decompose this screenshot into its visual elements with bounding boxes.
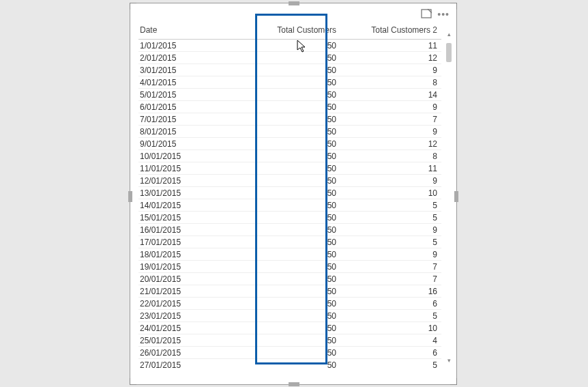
resize-corner-bl[interactable] xyxy=(130,378,136,385)
cell-total-customers: 50 xyxy=(239,175,340,187)
cell-total-customers: 50 xyxy=(239,347,340,359)
table-row[interactable]: 4/01/2015508 xyxy=(138,76,441,89)
table-row[interactable]: 8/01/2015509 xyxy=(138,126,441,138)
table-row[interactable]: 23/01/2015505 xyxy=(138,310,441,322)
column-header-total-customers-2[interactable]: Total Customers 2 xyxy=(340,24,441,40)
cell-total-customers: 50 xyxy=(239,236,340,248)
resize-corner-br[interactable] xyxy=(450,378,457,385)
table-row[interactable]: 7/01/2015507 xyxy=(138,113,441,126)
cell-total-customers-2: 10 xyxy=(340,187,441,199)
cell-date: 13/01/2015 xyxy=(138,187,239,199)
cell-total-customers: 50 xyxy=(239,285,340,298)
cell-total-customers-2: 9 xyxy=(340,64,441,76)
cell-total-customers: 50 xyxy=(239,126,340,138)
table-row[interactable]: 6/01/2015509 xyxy=(138,101,441,113)
cell-date: 24/01/2015 xyxy=(138,322,239,334)
cell-total-customers: 50 xyxy=(239,261,340,273)
table-row[interactable]: 3/01/2015509 xyxy=(138,64,441,76)
cell-date: 18/01/2015 xyxy=(138,248,239,261)
table-row[interactable]: 22/01/2015506 xyxy=(138,298,441,310)
cell-total-customers: 50 xyxy=(239,52,340,64)
cell-total-customers: 50 xyxy=(239,359,340,369)
more-options-icon[interactable]: ••• xyxy=(437,9,450,20)
table-row[interactable]: 19/01/2015507 xyxy=(138,261,441,273)
table-row[interactable]: 27/01/2015505 xyxy=(138,359,441,369)
cell-date: 17/01/2015 xyxy=(138,236,239,248)
table-scroll-area[interactable]: Date Total Customers Total Customers 2 1… xyxy=(138,24,441,368)
cell-total-customers-2: 7 xyxy=(340,273,441,285)
table-row[interactable]: 10/01/2015508 xyxy=(138,150,441,162)
cell-total-customers: 50 xyxy=(239,162,340,175)
cell-date: 26/01/2015 xyxy=(138,347,239,359)
scroll-down-icon[interactable]: ▾ xyxy=(445,357,452,364)
cell-date: 8/01/2015 xyxy=(138,126,239,138)
cell-date: 16/01/2015 xyxy=(138,224,239,236)
cell-total-customers: 50 xyxy=(239,150,340,162)
cell-total-customers-2: 6 xyxy=(340,347,441,359)
cell-total-customers-2: 12 xyxy=(340,52,441,64)
cell-total-customers: 50 xyxy=(239,273,340,285)
table-row[interactable]: 9/01/20155012 xyxy=(138,138,441,150)
resize-corner-tl[interactable] xyxy=(130,3,136,10)
vertical-scrollbar[interactable]: ▴ ▾ xyxy=(445,31,452,364)
table-row[interactable]: 17/01/2015505 xyxy=(138,236,441,248)
cell-total-customers-2: 7 xyxy=(340,113,441,126)
cell-total-customers-2: 5 xyxy=(340,310,441,322)
cell-total-customers-2: 4 xyxy=(340,334,441,347)
cell-total-customers-2: 10 xyxy=(340,322,441,334)
scroll-up-icon[interactable]: ▴ xyxy=(445,31,452,38)
table-row[interactable]: 13/01/20155010 xyxy=(138,187,441,199)
cell-date: 5/01/2015 xyxy=(138,89,239,101)
cell-date: 2/01/2015 xyxy=(138,52,239,64)
table-row[interactable]: 25/01/2015504 xyxy=(138,334,441,347)
cell-total-customers-2: 8 xyxy=(340,150,441,162)
table-row[interactable]: 11/01/20155011 xyxy=(138,162,441,175)
cell-date: 10/01/2015 xyxy=(138,150,239,162)
cell-date: 23/01/2015 xyxy=(138,310,239,322)
focus-mode-icon[interactable] xyxy=(421,9,432,20)
cell-total-customers: 50 xyxy=(239,40,340,52)
table-row[interactable]: 20/01/2015507 xyxy=(138,273,441,285)
cell-total-customers-2: 9 xyxy=(340,175,441,187)
cell-total-customers: 50 xyxy=(239,298,340,310)
table-visual[interactable]: ••• Date Total Customers Total Customers… xyxy=(130,3,457,385)
table-row[interactable]: 2/01/20155012 xyxy=(138,52,441,64)
table-row[interactable]: 24/01/20155010 xyxy=(138,322,441,334)
resize-handle-left[interactable] xyxy=(128,191,132,202)
cell-total-customers-2: 16 xyxy=(340,285,441,298)
table-row[interactable]: 15/01/2015505 xyxy=(138,212,441,224)
cell-total-customers: 50 xyxy=(239,334,340,347)
cell-total-customers-2: 11 xyxy=(340,162,441,175)
cell-total-customers-2: 7 xyxy=(340,261,441,273)
table-row[interactable]: 18/01/2015509 xyxy=(138,248,441,261)
column-header-date[interactable]: Date xyxy=(138,24,239,40)
cell-date: 12/01/2015 xyxy=(138,175,239,187)
table-row[interactable]: 14/01/2015505 xyxy=(138,199,441,212)
cell-total-customers-2: 9 xyxy=(340,224,441,236)
data-table: Date Total Customers Total Customers 2 1… xyxy=(138,24,441,368)
column-header-total-customers[interactable]: Total Customers xyxy=(239,24,340,40)
scroll-thumb[interactable] xyxy=(446,43,452,62)
table-row[interactable]: 21/01/20155016 xyxy=(138,285,441,298)
cell-total-customers: 50 xyxy=(239,113,340,126)
table-row[interactable]: 12/01/2015509 xyxy=(138,175,441,187)
table-row[interactable]: 16/01/2015509 xyxy=(138,224,441,236)
resize-handle-bottom[interactable] xyxy=(289,382,299,386)
cell-total-customers-2: 8 xyxy=(340,76,441,89)
cell-total-customers: 50 xyxy=(239,248,340,261)
cell-total-customers-2: 12 xyxy=(340,138,441,150)
cell-date: 19/01/2015 xyxy=(138,261,239,273)
cell-total-customers-2: 5 xyxy=(340,359,441,369)
cell-total-customers: 50 xyxy=(239,212,340,224)
table-row[interactable]: 26/01/2015506 xyxy=(138,347,441,359)
resize-handle-top[interactable] xyxy=(289,1,299,5)
resize-handle-right[interactable] xyxy=(454,191,458,202)
table-row[interactable]: 5/01/20155014 xyxy=(138,89,441,101)
cell-date: 1/01/2015 xyxy=(138,40,239,52)
cell-date: 27/01/2015 xyxy=(138,359,239,369)
resize-corner-tr[interactable] xyxy=(450,3,457,10)
cell-total-customers-2: 6 xyxy=(340,298,441,310)
table-row[interactable]: 1/01/20155011 xyxy=(138,40,441,52)
cell-total-customers-2: 9 xyxy=(340,126,441,138)
cell-date: 3/01/2015 xyxy=(138,64,239,76)
